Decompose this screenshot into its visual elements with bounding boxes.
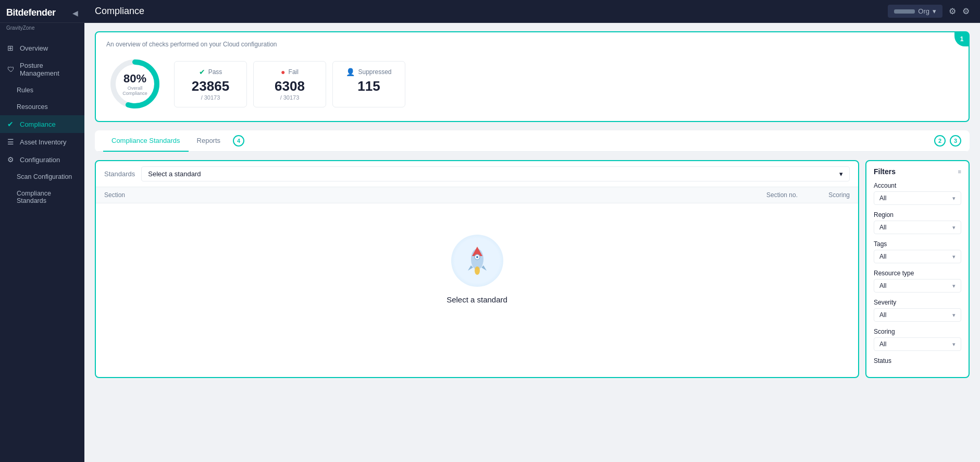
fail-label: Fail xyxy=(289,68,299,76)
tab-label: Reports xyxy=(197,137,221,144)
collapse-button[interactable]: ◀ xyxy=(72,9,78,17)
stat-pass-header: ✔ Pass xyxy=(199,68,222,76)
svg-point-8 xyxy=(476,256,478,258)
config-icon: ⚙ xyxy=(7,155,16,164)
donut-center: 80% Overall Compliance xyxy=(121,72,150,96)
filter-severity-label: Severity xyxy=(874,299,961,306)
filter-resource-type-label: Resource type xyxy=(874,270,961,277)
rocket-illustration xyxy=(451,235,503,287)
empty-state-text: Select a standard xyxy=(446,295,507,304)
sidebar-item-scan-configuration[interactable]: Scan Configuration xyxy=(0,168,84,185)
severity-value: All xyxy=(879,311,886,319)
suppressed-label: Suppressed xyxy=(358,68,391,76)
stat-suppressed: 👤 Suppressed 115 xyxy=(332,61,405,107)
filter-scoring-label: Scoring xyxy=(874,328,961,335)
app-logo: Bitdefender xyxy=(6,7,56,18)
page-title: Compliance xyxy=(95,6,144,17)
pass-value: 23865 xyxy=(192,78,229,94)
tab-label: Compliance Standards xyxy=(111,137,180,144)
summary-row: 80% Overall Compliance ✔ Pass 23865 / 30… xyxy=(106,55,958,113)
compliance-icon: ✔ xyxy=(7,120,16,128)
sidebar-item-label: Posture Management xyxy=(20,62,77,77)
sidebar-item-label: Asset Inventory xyxy=(20,138,67,146)
sidebar: Bitdefender ◀ GravityZone ⊞ Overview 🛡 P… xyxy=(0,0,84,462)
sidebar-item-label: Resources xyxy=(17,103,48,111)
shield-icon: 🛡 xyxy=(7,65,16,74)
fail-icon: ● xyxy=(281,68,285,76)
sidebar-item-rules[interactable]: Rules xyxy=(0,82,84,99)
account-select[interactable]: All ▾ xyxy=(874,191,961,205)
tour-badge-2: 2 xyxy=(934,135,946,147)
filter-resource-type: Resource type All ▾ xyxy=(874,270,961,293)
sidebar-item-compliance[interactable]: ✔ Compliance xyxy=(0,115,84,133)
sidebar-item-resources[interactable]: Resources xyxy=(0,99,84,115)
filter-icon: ≡ xyxy=(958,168,961,175)
filter-tags: Tags All ▾ xyxy=(874,240,961,263)
column-header-section-no: Section no. xyxy=(735,191,798,199)
table-header-row: Section Section no. Scoring xyxy=(96,187,858,203)
resource-type-select[interactable]: All ▾ xyxy=(874,279,961,293)
overall-label: Overall Compliance xyxy=(121,86,150,96)
sidebar-item-label: Rules xyxy=(17,87,33,94)
standards-panel: Standards Select a standard ▾ Section Se… xyxy=(95,160,859,378)
tab-reports[interactable]: Reports xyxy=(189,130,229,152)
sidebar-item-configuration[interactable]: ⚙ Configuration xyxy=(0,151,84,168)
content-area: 1 An overview of checks performed on you… xyxy=(84,23,980,462)
filter-region: Region All ▾ xyxy=(874,211,961,234)
filter-scoring: Scoring All ▾ xyxy=(874,328,961,351)
chevron-down-icon: ▾ xyxy=(952,253,956,260)
chevron-down-icon: ▾ xyxy=(952,341,956,348)
app-subtitle: GravityZone xyxy=(0,23,84,35)
sidebar-item-label: Compliance xyxy=(20,120,56,128)
filters-panel: Filters ≡ Account All ▾ Region All xyxy=(865,160,970,378)
filters-title-row: Filters ≡ xyxy=(874,167,961,176)
org-label xyxy=(894,9,915,14)
chevron-down-icon: ▾ xyxy=(952,195,956,202)
account-value: All xyxy=(879,194,886,202)
region-select[interactable]: All ▾ xyxy=(874,221,961,234)
org-selector[interactable]: Org ▾ xyxy=(888,5,942,18)
notifications-icon[interactable]: ⚙ xyxy=(962,6,970,16)
rocket-svg xyxy=(462,242,493,279)
tabs-row: Compliance Standards Reports 4 2 3 xyxy=(95,130,970,152)
stat-boxes: ✔ Pass 23865 / 30173 ● Fail 6308 / 301 xyxy=(174,61,958,107)
settings-icon[interactable]: ⚙ xyxy=(949,6,956,16)
org-name: Org xyxy=(918,7,929,15)
filter-tags-label: Tags xyxy=(874,240,961,248)
severity-select[interactable]: All ▾ xyxy=(874,308,961,322)
summary-card: 1 An overview of checks performed on you… xyxy=(95,31,970,122)
sidebar-item-compliance-standards[interactable]: Compliance Standards xyxy=(0,185,84,209)
standards-label: Standards xyxy=(104,170,135,178)
sidebar-item-overview[interactable]: ⊞ Overview xyxy=(0,39,84,57)
stat-fail: ● Fail 6308 / 30173 xyxy=(253,61,326,107)
resource-type-value: All xyxy=(879,282,886,289)
tab-compliance-standards[interactable]: Compliance Standards xyxy=(103,130,189,152)
pass-icon: ✔ xyxy=(199,68,205,76)
stat-suppressed-header: 👤 Suppressed xyxy=(346,68,391,76)
overall-percentage: 80% xyxy=(121,72,150,86)
donut-chart: 80% Overall Compliance xyxy=(106,55,164,113)
chevron-down-icon: ▾ xyxy=(952,224,956,231)
filter-region-label: Region xyxy=(874,211,961,218)
main-area: Compliance Org ▾ ⚙ ⚙ 1 An overview of ch… xyxy=(84,0,980,462)
tags-value: All xyxy=(879,253,886,260)
chevron-down-icon: ▾ xyxy=(933,7,936,15)
sidebar-item-label: Configuration xyxy=(20,156,60,164)
standard-select[interactable]: Select a standard ▾ xyxy=(141,166,850,181)
sidebar-item-label: Scan Configuration xyxy=(17,173,72,180)
filter-status-label: Status xyxy=(874,357,961,364)
svg-marker-6 xyxy=(481,265,487,271)
sidebar-item-posture-management[interactable]: 🛡 Posture Management xyxy=(0,57,84,82)
suppressed-value: 115 xyxy=(357,78,380,94)
pass-label: Pass xyxy=(208,68,222,76)
filter-account: Account All ▾ xyxy=(874,182,961,205)
topbar: Compliance Org ▾ ⚙ ⚙ xyxy=(84,0,980,23)
column-header-section: Section xyxy=(104,191,735,199)
grid-icon: ⊞ xyxy=(7,44,16,52)
scoring-select[interactable]: All ▾ xyxy=(874,337,961,351)
empty-state: Select a standard xyxy=(96,203,858,335)
standards-header: Standards Select a standard ▾ xyxy=(96,161,858,187)
chevron-down-icon: ▾ xyxy=(952,283,956,289)
sidebar-item-asset-inventory[interactable]: ☰ Asset Inventory xyxy=(0,133,84,151)
tags-select[interactable]: All ▾ xyxy=(874,250,961,263)
